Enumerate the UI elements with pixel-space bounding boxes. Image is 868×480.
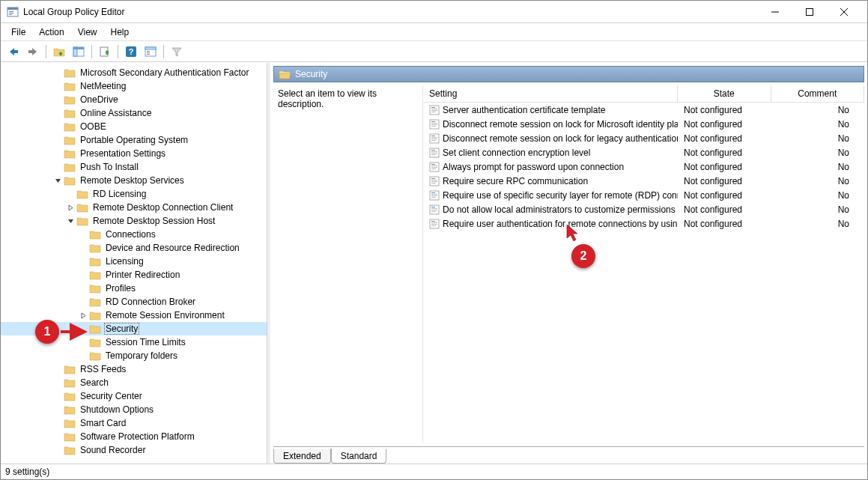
setting-row[interactable]: Disconnect remote session on lock for le…: [423, 131, 864, 145]
svg-text:?: ?: [129, 47, 134, 56]
tree-item[interactable]: Push To Install: [1, 160, 267, 174]
setting-comment: No: [771, 103, 864, 117]
setting-state: Not configured: [678, 203, 771, 216]
folder-icon: [76, 189, 88, 199]
policy-setting-icon: [429, 133, 440, 144]
tree-panel[interactable]: Microsoft Secondary Authentication Facto…: [1, 63, 267, 464]
setting-comment: No: [771, 132, 864, 145]
minimize-button[interactable]: [758, 1, 792, 22]
setting-row[interactable]: Set client connection encryption levelNo…: [423, 145, 864, 160]
svg-rect-19: [147, 51, 150, 52]
column-header-comment[interactable]: Comment: [771, 85, 865, 102]
column-header-state[interactable]: State: [678, 85, 771, 102]
back-button[interactable]: [5, 43, 22, 60]
tree-item-label: Remote Desktop Connection Client: [91, 202, 234, 213]
tree-item[interactable]: Connections: [1, 228, 267, 241]
setting-state: Not configured: [678, 189, 771, 202]
setting-row[interactable]: Require user authentication for remote c…: [423, 216, 864, 231]
tree-item[interactable]: Profiles: [1, 282, 267, 295]
setting-row[interactable]: Require use of specific security layer f…: [423, 188, 864, 202]
svg-rect-56: [431, 195, 437, 196]
folder-icon: [89, 243, 101, 253]
settings-list[interactable]: Setting State Comment Server authenticat…: [423, 85, 864, 443]
tree-item[interactable]: OOBE: [1, 120, 267, 133]
tree-item[interactable]: RSS Feeds: [1, 362, 267, 376]
tree-item[interactable]: Remote Desktop Connection Client: [1, 201, 267, 214]
tree-item-label: Presentation Settings: [79, 148, 167, 159]
help-button[interactable]: ?: [123, 43, 139, 60]
setting-comment: No: [771, 118, 864, 131]
tree-item[interactable]: Software Protection Platform: [1, 430, 267, 443]
tree-item[interactable]: Search: [1, 376, 267, 389]
tree-item[interactable]: RD Connection Broker: [1, 295, 267, 309]
tree-item[interactable]: Temporary folders: [1, 349, 267, 362]
tree-item[interactable]: Device and Resource Redirection: [1, 241, 267, 255]
statusbar: 9 setting(s): [1, 464, 867, 479]
tree-item[interactable]: NetMeeting: [1, 79, 267, 93]
tree-item-label: Security: [104, 323, 139, 335]
menu-help[interactable]: Help: [105, 24, 136, 40]
column-header-setting[interactable]: Setting: [423, 85, 678, 102]
folder-icon: [89, 310, 101, 320]
tree-item[interactable]: Microsoft Secondary Authentication Facto…: [1, 66, 267, 79]
filter-button[interactable]: [169, 43, 185, 60]
svg-rect-40: [431, 151, 437, 152]
setting-row[interactable]: Server authentication certificate templa…: [423, 103, 864, 117]
chevron-right-icon[interactable]: [64, 201, 76, 213]
tree-item[interactable]: Portable Operating System: [1, 133, 267, 147]
menu-file[interactable]: File: [5, 24, 31, 40]
properties-button[interactable]: [142, 43, 159, 60]
tree-item[interactable]: Shutdown Options: [1, 403, 267, 416]
folder-icon: [64, 162, 76, 172]
svg-rect-1: [7, 7, 18, 10]
tree-item[interactable]: Remote Session Environment: [1, 309, 267, 322]
main-area: Microsoft Secondary Authentication Facto…: [1, 62, 867, 464]
svg-rect-25: [431, 109, 437, 109]
setting-row[interactable]: Require secure RPC communicationNot conf…: [423, 174, 864, 188]
svg-rect-31: [431, 124, 437, 125]
chevron-down-icon[interactable]: [64, 215, 76, 227]
tree-item[interactable]: Remote Desktop Session Host: [1, 214, 267, 228]
tree-item[interactable]: Printer Redirection: [1, 268, 267, 282]
svg-rect-46: [431, 167, 437, 168]
folder-icon: [89, 256, 101, 267]
export-list-button[interactable]: [97, 43, 113, 60]
tree-item-label: Profiles: [104, 283, 137, 294]
tree-item[interactable]: Security Center: [1, 389, 267, 403]
titlebar: Local Group Policy Editor: [1, 1, 867, 23]
folder-icon: [64, 67, 76, 78]
svg-rect-49: [431, 178, 435, 179]
tree-item[interactable]: Session Time Limits: [1, 335, 267, 349]
content-header-label: Security: [295, 69, 327, 79]
svg-rect-13: [73, 47, 84, 49]
tree-item[interactable]: Online Assistance: [1, 106, 267, 120]
show-hide-tree-button[interactable]: [70, 43, 87, 60]
chevron-right-icon[interactable]: [77, 309, 89, 321]
setting-row[interactable]: Do not allow local administrators to cus…: [423, 202, 864, 216]
chevron-down-icon[interactable]: [52, 174, 64, 186]
tree-item[interactable]: OneDrive: [1, 93, 267, 106]
menu-action[interactable]: Action: [33, 24, 70, 40]
maximize-button[interactable]: [792, 1, 827, 22]
tree-item[interactable]: Sound Recorder: [1, 443, 267, 457]
tree-item[interactable]: Licensing: [1, 255, 267, 268]
tab-standard[interactable]: Standard: [331, 449, 387, 464]
tree-item-label: Temporary folders: [104, 350, 179, 361]
up-button[interactable]: [51, 43, 67, 60]
folder-icon: [64, 364, 76, 374]
tree-item[interactable]: Presentation Settings: [1, 147, 267, 160]
setting-row[interactable]: Disconnect remote session on lock for Mi…: [423, 117, 864, 131]
setting-row[interactable]: Always prompt for password upon connecti…: [423, 160, 864, 174]
tree-item[interactable]: Remote Desktop Services: [1, 174, 267, 187]
menu-view[interactable]: View: [72, 24, 103, 40]
close-button[interactable]: [827, 1, 861, 22]
tab-extended[interactable]: Extended: [273, 449, 331, 464]
forward-button[interactable]: [25, 43, 41, 60]
setting-comment: No: [771, 189, 864, 202]
content-header: Security: [273, 66, 864, 82]
setting-state: Not configured: [678, 103, 771, 117]
tree-item-label: Connections: [104, 229, 157, 240]
tree-item[interactable]: Smart Card: [1, 416, 267, 430]
tree-item[interactable]: RD Licensing: [1, 187, 267, 201]
tree-item[interactable]: Security: [1, 322, 267, 335]
